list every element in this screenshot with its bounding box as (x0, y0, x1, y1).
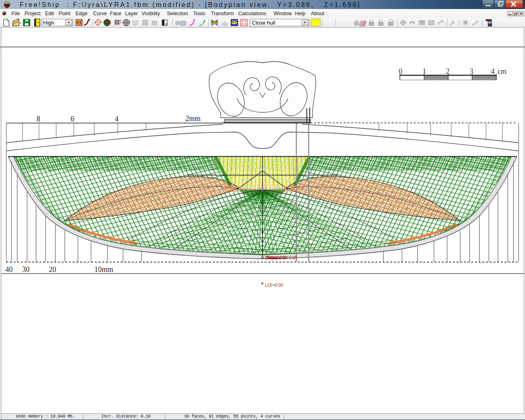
svg-text:20: 20 (49, 265, 56, 274)
svg-text:8: 8 (37, 115, 40, 123)
svg-text:3: 3 (470, 67, 473, 75)
svg-text:4: 4 (115, 115, 119, 123)
svg-text:Blbepta 0a=0.00: Blbepta 0a=0.00 (267, 256, 297, 260)
svg-text:cm: cm (498, 67, 507, 75)
svg-text:40: 40 (5, 265, 13, 274)
svg-text:2mm: 2mm (185, 114, 201, 123)
svg-text:10mm: 10mm (94, 265, 113, 274)
svg-text:6: 6 (71, 115, 74, 123)
svg-text:2: 2 (446, 67, 450, 75)
svg-text:4: 4 (491, 67, 495, 75)
svg-text:0: 0 (399, 67, 402, 75)
svg-text:30: 30 (22, 265, 30, 274)
svg-text:LCF=0.00: LCF=0.00 (265, 283, 283, 288)
